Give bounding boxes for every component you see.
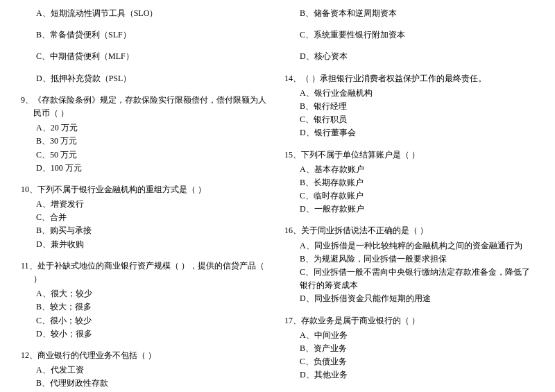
item-c1: C、中期借贷便利（MLF） [21,50,271,63]
item-d1: D、抵押补充贷款（PSL） [21,72,271,85]
question-14-option-c: C、银行职员 [284,113,534,126]
right-column: B、储备资本和逆周期资本 C、系统重要性银行附加资本 D、核心资本 14、（ ）… [284,7,534,392]
question-17-option-a: A、中间业务 [284,329,534,342]
question-9-option-a: A、20 万元 [21,121,271,135]
option-text: D、核心资本 [284,50,534,63]
question-11-option-d: D、较小；很多 [21,327,271,341]
question-9-option-b: B、30 万元 [21,135,271,148]
question-10-option-a: A、增资发行 [21,198,271,211]
item-b2: B、储备资本和逆周期资本 [284,7,534,20]
option-text: B、储备资本和逆周期资本 [284,7,534,20]
option-text: B、常备借贷便利（SLF） [21,28,271,42]
question-16-title: 16、关于同业拆借说法不正确的是（ ） [284,224,534,237]
question-16-option-c: C、同业拆借一般不需向中央银行缴纳法定存款准备金，降低了银行的筹资成本 [284,266,534,292]
question-9-title: 9、《存款保险条例》规定，存款保险实行限额偿付，偿付限额为人民币（ ） [21,94,271,120]
question-12-option-b: B、代理财政性存款 [21,377,271,390]
question-9-option-d: D、100 万元 [21,162,271,175]
question-11: 11、处于补缺式地位的商业银行资产规模（ ），提供的信贷产品（ ） A、很大；较… [21,259,271,341]
question-14-option-a: A、银行业金融机构 [284,87,534,100]
question-10-option-c: B、购买与承接 [21,224,271,237]
question-15-option-c: C、临时存款账户 [284,189,534,203]
question-9: 9、《存款保险条例》规定，存款保险实行限额偿付，偿付限额为人民币（ ） A、20… [21,94,271,175]
left-column: A、短期流动性调节工具（SLO） B、常备借贷便利（SLF） C、中期借贷便利（… [21,7,271,392]
question-17-option-b: B、资产业务 [284,342,534,355]
option-text: C、系统重要性银行附加资本 [284,28,534,42]
option-text: C、中期借贷便利（MLF） [21,50,271,63]
question-17: 17、存款业务是属于商业银行的（ ） A、中间业务 B、资产业务 C、负债业务 … [284,314,534,382]
question-16-option-b: B、为规避风险，同业拆借一般要求担保 [284,253,534,266]
question-10-title: 10、下列不属于银行业金融机构的重组方式是（ ） [21,183,271,196]
question-15: 15、下列不属于单位结算账户是（ ） A、基本存款账户 B、长期存款账户 C、临… [284,148,534,216]
question-16: 16、关于同业拆借说法不正确的是（ ） A、同业拆借是一种比较纯粹的金融机构之间… [284,224,534,305]
question-10-option-b: C、合并 [21,211,271,224]
question-11-title: 11、处于补缺式地位的商业银行资产规模（ ），提供的信贷产品（ ） [21,259,271,286]
question-11-option-c: C、很小；较少 [21,314,271,327]
question-12-title: 12、商业银行的代理业务不包括（ ） [21,349,271,362]
question-16-option-a: A、同业拆借是一种比较纯粹的金融机构之间的资金融通行为 [284,239,534,253]
question-15-option-b: B、长期存款账户 [284,176,534,189]
page-content: A、短期流动性调节工具（SLO） B、常备借贷便利（SLF） C、中期借贷便利（… [21,7,534,392]
item-a: A、短期流动性调节工具（SLO） [21,7,271,20]
item-d2: D、核心资本 [284,50,534,63]
question-17-option-d: D、其他业务 [284,368,534,382]
question-14-title: 14、（ ）承担银行业消费者权益保护工作的最终责任。 [284,72,534,85]
question-12-option-a: A、代发工资 [21,364,271,377]
question-14-option-d: D、银行董事会 [284,126,534,139]
item-b1: B、常备借贷便利（SLF） [21,28,271,42]
question-11-option-b: B、较大；很多 [21,300,271,314]
question-15-title: 15、下列不属于单位结算账户是（ ） [284,148,534,162]
question-14-option-b: B、银行经理 [284,100,534,113]
question-17-title: 17、存款业务是属于商业银行的（ ） [284,314,534,327]
question-10-option-d: D、兼并收购 [21,238,271,251]
question-12: 12、商业银行的代理业务不包括（ ） A、代发工资 B、代理财政性存款 C、代理… [21,349,271,392]
question-15-option-d: D、一般存款账户 [284,203,534,216]
option-text: D、抵押补充贷款（PSL） [21,72,271,85]
question-11-option-a: A、很大；较少 [21,287,271,300]
question-15-option-a: A、基本存款账户 [284,163,534,176]
question-16-option-d: D、同业拆借资金只能作短期的用途 [284,292,534,305]
option-text: A、短期流动性调节工具（SLO） [21,7,271,20]
question-14: 14、（ ）承担银行业消费者权益保护工作的最终责任。 A、银行业金融机构 B、银… [284,72,534,140]
question-9-option-c: C、50 万元 [21,148,271,162]
question-10: 10、下列不属于银行业金融机构的重组方式是（ ） A、增资发行 C、合并 B、购… [21,183,271,251]
item-c2: C、系统重要性银行附加资本 [284,28,534,42]
question-17-option-c: C、负债业务 [284,355,534,368]
